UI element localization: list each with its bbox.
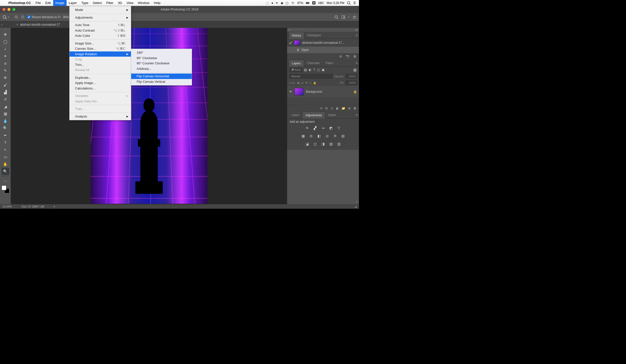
marquee-tool-icon[interactable]: ◯ bbox=[2, 38, 9, 45]
dodge-tool-icon[interactable]: 🔍 bbox=[2, 124, 9, 132]
airplay-icon[interactable]: ▢ bbox=[286, 1, 288, 5]
filter-adjust-icon[interactable]: ◐ bbox=[309, 68, 311, 72]
lasso-tool-icon[interactable]: ⫰ bbox=[2, 45, 9, 52]
frame-icon[interactable] bbox=[341, 15, 345, 19]
paths-tab[interactable]: Paths bbox=[323, 60, 336, 67]
menu-auto-color[interactable]: Auto Color⇧⌘B bbox=[70, 33, 131, 39]
crop-tool-icon[interactable]: ⧈ bbox=[2, 60, 9, 67]
tray-feather-icon[interactable]: ✒ bbox=[276, 1, 278, 5]
vibrance-icon[interactable]: ▽ bbox=[336, 125, 342, 130]
layers-tab[interactable]: Layers bbox=[289, 60, 304, 67]
menu-help[interactable]: Help bbox=[152, 0, 163, 6]
blend-mode-select[interactable]: Normal bbox=[289, 74, 333, 79]
blur-tool-icon[interactable]: 💧 bbox=[2, 117, 9, 124]
menu-edit[interactable]: Edit bbox=[43, 0, 53, 6]
eraser-tool-icon[interactable]: ◢ bbox=[2, 103, 9, 110]
menu-canvas-size[interactable]: Canvas Size...⌥⌘C bbox=[70, 46, 131, 51]
menu-layer[interactable]: Layer bbox=[67, 0, 79, 6]
filter-pixel-icon[interactable]: ▧ bbox=[304, 68, 307, 72]
layer-background[interactable]: 👁 Background 🔒 bbox=[287, 86, 359, 97]
new-layer-icon[interactable]: ⧉ bbox=[348, 107, 351, 110]
color-swatch[interactable] bbox=[1, 185, 9, 193]
input-source-badge[interactable]: A bbox=[312, 1, 315, 4]
learn-tab[interactable]: Learn bbox=[289, 112, 302, 119]
clock[interactable]: Mon 3:28 PM bbox=[327, 1, 344, 5]
menu-image-size[interactable]: Image Size...⌥⌘I bbox=[70, 41, 131, 46]
panel-group-close-icon[interactable]: × bbox=[356, 200, 357, 203]
curves-icon[interactable]: ⫘ bbox=[320, 125, 326, 130]
link-layers-icon[interactable]: ⚯ bbox=[320, 107, 322, 110]
close-tab-icon[interactable]: × bbox=[16, 21, 18, 28]
menu-file[interactable]: File bbox=[33, 0, 43, 6]
history-state-open[interactable]: 🗎 Open bbox=[287, 47, 359, 53]
rotate-90-ccw[interactable]: 90° Counter Clockwise bbox=[131, 61, 192, 66]
app-name[interactable]: Photoshop CC bbox=[6, 1, 33, 5]
panel-close-icon[interactable]: × bbox=[289, 28, 290, 31]
history-source-row[interactable]: 🖌 abstract-backlit-conceptual-17... bbox=[287, 39, 359, 47]
menu-image-rotation[interactable]: Image Rotation▶ bbox=[70, 51, 131, 57]
brush-tool-icon[interactable]: 🖌 bbox=[2, 81, 9, 88]
tray-circle-icon[interactable]: ● bbox=[271, 1, 273, 5]
wifi-icon[interactable] bbox=[291, 1, 295, 5]
styles-tab[interactable]: Styles bbox=[325, 112, 339, 119]
layer-lock-icon[interactable]: 🔒 bbox=[353, 90, 357, 93]
posterize-icon[interactable]: ◫ bbox=[313, 141, 318, 146]
stamp-tool-icon[interactable]: ▟ bbox=[2, 88, 9, 96]
zoom-window-button[interactable] bbox=[12, 8, 15, 11]
channel-mixer-icon[interactable]: ❊ bbox=[332, 133, 338, 138]
menu-image[interactable]: Image bbox=[53, 0, 67, 6]
filter-shape-icon[interactable]: ▢ bbox=[317, 68, 320, 72]
minimize-window-button[interactable] bbox=[7, 8, 10, 11]
menu-mode[interactable]: Mode▶ bbox=[70, 7, 131, 13]
adj-layer-icon[interactable]: ◐ bbox=[336, 107, 339, 110]
flip-canvas-vertical[interactable]: Flip Canvas Vertical bbox=[131, 79, 192, 84]
menu-filter[interactable]: Filter bbox=[104, 0, 116, 6]
search-icon[interactable] bbox=[334, 15, 338, 19]
menu-duplicate[interactable]: Duplicate... bbox=[70, 75, 131, 81]
histogram-tab[interactable]: Histogram bbox=[304, 32, 324, 39]
hue-icon[interactable]: ▦ bbox=[301, 133, 306, 138]
snapshot-icon[interactable]: 📷 bbox=[346, 55, 350, 58]
new-doc-from-state-icon[interactable]: ⧉ bbox=[340, 55, 342, 58]
panel-menu-icon[interactable]: ≡ bbox=[356, 34, 357, 37]
status-doc[interactable]: Doc: 57.1M/57.1M bbox=[22, 205, 44, 208]
zoom-in-icon[interactable] bbox=[14, 15, 18, 19]
photo-filter-icon[interactable]: ◎ bbox=[324, 133, 330, 138]
exposure-icon[interactable]: ◩ bbox=[328, 125, 334, 130]
menu-apply-image[interactable]: Apply Image... bbox=[70, 80, 131, 86]
lock-trans-icon[interactable]: ▩ bbox=[297, 81, 300, 84]
rotate-arbitrary[interactable]: Arbitrary... bbox=[131, 66, 192, 72]
rotate-90-cw[interactable]: 90° Clockwise bbox=[131, 55, 192, 61]
tab-overflow-icon[interactable]: » bbox=[0, 23, 3, 26]
lock-image-icon[interactable]: 🖌 bbox=[301, 81, 304, 84]
path-select-tool-icon[interactable]: ↖ bbox=[2, 146, 9, 153]
selective-color-icon[interactable]: ▥ bbox=[336, 141, 342, 146]
brightness-icon[interactable]: ☀ bbox=[305, 125, 310, 130]
close-window-button[interactable] bbox=[2, 8, 5, 11]
edit-toolbar-icon[interactable]: ⋯ bbox=[2, 177, 9, 184]
gradient-map-icon[interactable]: ▧ bbox=[328, 141, 334, 146]
fx-icon[interactable]: fx bbox=[325, 107, 328, 110]
document-tab[interactable]: × abstract-backlit-conceptual-17 bbox=[13, 21, 63, 28]
panel-collapse-icon[interactable]: ◂◂ bbox=[355, 29, 357, 31]
menu-select[interactable]: Select bbox=[90, 0, 104, 6]
zoom-tool-icon[interactable] bbox=[2, 15, 7, 19]
lock-all-icon[interactable]: 🔒 bbox=[313, 81, 316, 84]
menu-3d[interactable]: 3D bbox=[116, 0, 124, 6]
threshold-icon[interactable]: ◨ bbox=[320, 141, 326, 146]
mask-icon[interactable]: ◻ bbox=[331, 107, 333, 110]
type-tool-icon[interactable]: T bbox=[2, 139, 9, 146]
adjustments-panel-tab[interactable]: Adjustments bbox=[302, 112, 325, 119]
levels-icon[interactable]: ▞ bbox=[313, 125, 318, 130]
menu-extras-icon[interactable]: ☰ bbox=[353, 1, 356, 5]
lookup-icon[interactable]: ▤ bbox=[340, 133, 346, 138]
color-balance-icon[interactable]: ⚖ bbox=[309, 133, 314, 138]
flip-canvas-horizontal[interactable]: Flip Canvas Horizontal bbox=[131, 74, 192, 79]
healing-tool-icon[interactable]: ✜ bbox=[2, 74, 9, 81]
delete-layer-icon[interactable]: 🗑 bbox=[353, 107, 356, 110]
history-tab[interactable]: History bbox=[289, 32, 304, 39]
delete-state-icon[interactable]: 🗑 bbox=[353, 55, 356, 58]
menu-auto-contrast[interactable]: Auto Contrast⌥⇧⌘L bbox=[70, 28, 131, 33]
hand-tool-icon[interactable]: ✋ bbox=[2, 161, 9, 168]
history-brush-tool-icon[interactable]: ↺ bbox=[2, 96, 9, 103]
